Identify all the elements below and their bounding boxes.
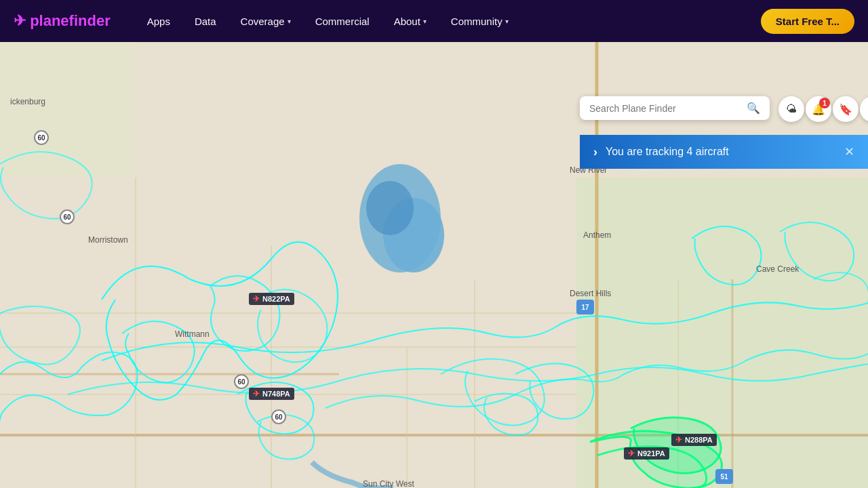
navbar: ✈ planefinder Apps Data Coverage ▾ Comme… — [0, 0, 868, 42]
label-morristown: Morristown — [88, 235, 128, 245]
tracking-banner-text: You are tracking 4 aircraft — [606, 146, 729, 158]
nav-data[interactable]: Data — [185, 10, 226, 33]
label-anthem: Anthem — [583, 230, 611, 240]
coverage-chevron: ▾ — [288, 18, 291, 25]
svg-point-5 — [366, 181, 414, 235]
tracking-banner-arrow: › — [593, 145, 597, 159]
map-container[interactable]: ickenburg Morristown Wittmann New River … — [0, 42, 868, 488]
label-cave-creek: Cave Creek — [756, 264, 799, 274]
aircraft-n921pa[interactable]: ✈ N921PA — [624, 447, 669, 460]
route-badge-51: 51 — [715, 469, 733, 484]
bookmark-icon: 🔖 — [839, 103, 852, 116]
toolbar: 🌤 🔔 1 🔖 ⚙ ◫ — [778, 96, 868, 122]
plane-icon-n288pa: ✈ — [675, 435, 682, 445]
aircraft-n748pa[interactable]: ✈ N748PA — [249, 388, 294, 400]
nav-links: Apps Data Coverage ▾ Commercial About ▾ … — [138, 10, 761, 33]
nav-coverage[interactable]: Coverage ▾ — [231, 10, 300, 33]
community-chevron: ▾ — [505, 18, 509, 25]
plane-icon-n921pa: ✈ — [628, 449, 635, 458]
bookmark-button[interactable]: 🔖 — [833, 96, 859, 122]
nav-apps[interactable]: Apps — [138, 10, 180, 33]
route-badge-60-mid: 60 — [60, 209, 75, 224]
plane-icon-n822pa: ✈ — [253, 294, 260, 304]
nav-about[interactable]: About ▾ — [384, 10, 436, 33]
route-badge-17: 17 — [576, 300, 594, 314]
route-badge-60-top: 60 — [34, 130, 49, 145]
label-desert-hills: Desert Hills — [570, 289, 611, 298]
label-sun-city-west: Sun City West — [363, 479, 414, 488]
route-badge-60-low2: 60 — [271, 409, 286, 424]
nav-community[interactable]: Community ▾ — [441, 10, 518, 33]
search-bar: 🔍 — [580, 96, 770, 120]
weather-button[interactable]: 🌤 — [778, 96, 804, 122]
start-free-button[interactable]: Start Free T... — [761, 9, 854, 34]
weather-icon: 🌤 — [786, 103, 797, 115]
about-chevron: ▾ — [423, 18, 427, 25]
plane-icon-n748pa: ✈ — [253, 389, 260, 399]
route-badge-60-low1: 60 — [234, 374, 249, 389]
logo[interactable]: ✈ planefinder — [14, 12, 111, 30]
notification-button[interactable]: 🔔 1 — [806, 96, 831, 122]
nav-commercial[interactable]: Commercial — [306, 10, 379, 33]
aircraft-n822pa[interactable]: ✈ N822PA — [249, 293, 294, 305]
aircraft-n288pa[interactable]: ✈ N288PA — [671, 434, 717, 446]
label-wittmann: Wittmann — [175, 329, 210, 339]
search-input[interactable] — [589, 103, 747, 114]
tracking-banner-close[interactable]: ✕ — [844, 144, 854, 159]
settings-button[interactable]: ⚙ — [860, 96, 868, 122]
notification-badge: 1 — [819, 98, 830, 108]
label-ickenburg: ickenburg — [10, 97, 45, 106]
tracking-banner[interactable]: › You are tracking 4 aircraft ✕ — [580, 135, 868, 169]
search-icon[interactable]: 🔍 — [747, 102, 760, 115]
